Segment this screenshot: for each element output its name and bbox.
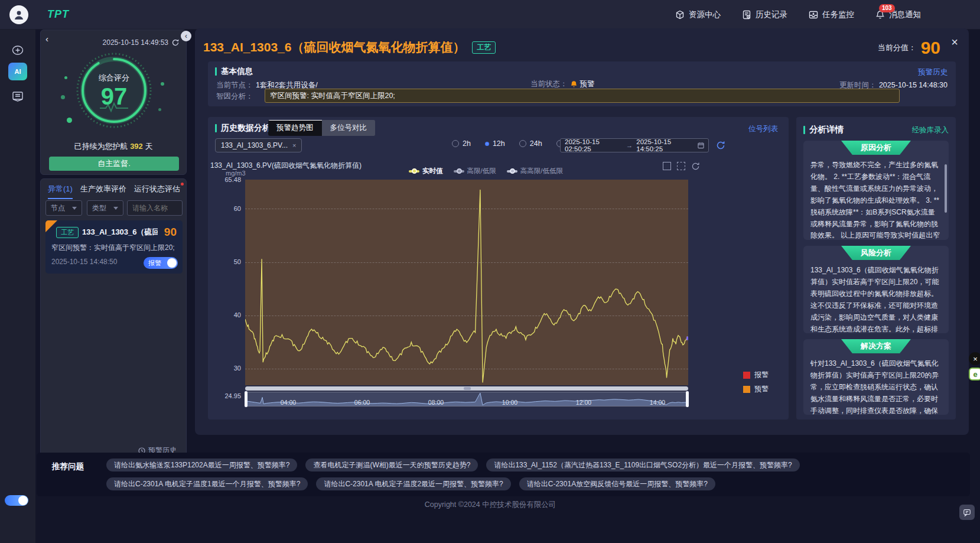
anomaly-panel: 异常(1) 生产效率评价 运行状态评估 节点 类型 工艺 133_AI_1303… bbox=[40, 178, 187, 461]
suggestion-chip[interactable]: 查看电机定子测温(W相)最近一天的预警历史趋势? bbox=[305, 459, 478, 472]
left-rail: AI bbox=[0, 30, 35, 543]
date-range-picker[interactable]: 2025-10-15 02:50:25 → 2025-10-15 14:50:2… bbox=[560, 138, 709, 152]
datazoom-right-handle[interactable] bbox=[686, 391, 689, 407]
suggestion-chip[interactable]: 请给出C-2301A 电机定子温度1最近一个月报警、预警频率? bbox=[106, 477, 308, 490]
chart-mode-tabs: 预警趋势图 多位号对比 bbox=[268, 120, 375, 136]
alert-history-link[interactable]: 预警历史 bbox=[918, 67, 948, 77]
user-avatar[interactable] bbox=[9, 5, 28, 24]
close-icon[interactable]: × bbox=[951, 35, 958, 49]
refresh-icon[interactable] bbox=[172, 39, 179, 46]
new-session-button[interactable] bbox=[8, 41, 27, 59]
range-24h[interactable]: 24h bbox=[519, 139, 542, 148]
alert-bell-icon bbox=[570, 80, 578, 88]
current-status: 当前状态： 预警 bbox=[530, 79, 595, 89]
legend-alarm[interactable]: 报警 bbox=[743, 370, 769, 380]
nav-history-records[interactable]: 历史记录 bbox=[742, 9, 787, 20]
risk-analysis-badge: 风险分析 bbox=[841, 246, 911, 260]
tab-anomaly[interactable]: 异常(1) bbox=[48, 184, 73, 199]
chart-scrollbar[interactable] bbox=[245, 386, 688, 391]
decor-dot bbox=[61, 95, 65, 99]
legend-label: 高限/低限 bbox=[467, 167, 496, 175]
experience-entry-link[interactable]: 经验库录入 bbox=[912, 125, 949, 135]
toggle-label: 报警 bbox=[148, 259, 161, 268]
x-tick: 06:00 bbox=[350, 399, 374, 406]
refresh-timestamp: 2025-10-15 14:49:53 bbox=[103, 38, 179, 47]
reload-tool-icon[interactable] bbox=[691, 162, 700, 171]
risk-analysis-text: 133_AI_1303_6（硫回收烟气氮氧化物折算值）实时值若高于窄区间上限20… bbox=[810, 265, 942, 333]
chart-plot-area[interactable] bbox=[245, 180, 688, 385]
zoom-tool-icon[interactable] bbox=[663, 162, 671, 170]
records-list-button[interactable] bbox=[8, 87, 27, 105]
nav-label: 任务监控 bbox=[822, 9, 854, 20]
suggestion-chips: 请给出氨水输送泵133P1202A最近一周报警、预警频率? 查看电机定子测温(W… bbox=[106, 459, 957, 490]
legend-hihi-lolo-limit[interactable]: 高高限/低低限 bbox=[507, 167, 563, 175]
chip-close-icon[interactable]: × bbox=[292, 142, 296, 149]
refresh-chart-icon[interactable] bbox=[716, 141, 725, 150]
gauge-score: 97 bbox=[101, 84, 128, 108]
gridline bbox=[245, 262, 688, 263]
x-tick: 10:00 bbox=[498, 399, 522, 406]
x-tick: 08:00 bbox=[424, 399, 448, 406]
datazoom-left-handle[interactable] bbox=[245, 391, 248, 407]
y-tick: 65.48 bbox=[208, 176, 241, 183]
suggested-questions: 推荐问题 请给出氨水输送泵133P1202A最近一周报警、预警频率? 查看电机定… bbox=[37, 453, 970, 496]
range-12h[interactable]: 12h bbox=[485, 139, 505, 148]
basic-info-title: 基本信息 bbox=[221, 66, 253, 77]
timestamp-text: 2025-10-15 14:49:53 bbox=[103, 38, 168, 47]
range-2h[interactable]: 2h bbox=[452, 139, 471, 148]
cause-analysis-text: 异常，导致燃烧不完全，产生过多的氮氧化物。 2. **工艺参数波动**：混合气流… bbox=[810, 160, 942, 240]
ai-analysis-input[interactable] bbox=[265, 89, 900, 103]
score-label: 当前分值： bbox=[878, 43, 916, 53]
alarm-toggle[interactable]: 报警 bbox=[144, 257, 178, 269]
suggestion-chip[interactable]: 请给出133_AI_1152（蒸汽过热器133_E_1109出口烟气SO2分析）… bbox=[486, 459, 799, 472]
card-scrollbar[interactable] bbox=[945, 164, 947, 213]
solution-card: 解决方案 针对133_AI_1303_6（硫回收烟气氮氧化物折算值）实时值高于窄… bbox=[803, 339, 949, 415]
topbar: TPT 资源中心 历史记录 任务监控 103 消息通知 bbox=[0, 0, 980, 30]
decor-dot bbox=[64, 76, 67, 79]
signal-list-link[interactable]: 位号列表 bbox=[748, 124, 778, 134]
update-label: 更新时间： bbox=[839, 81, 877, 89]
tray-icon bbox=[809, 10, 818, 19]
datazoom-minimap[interactable] bbox=[245, 392, 688, 407]
warning-color-swatch bbox=[743, 386, 750, 393]
app-logo: TPT bbox=[47, 8, 69, 21]
name-search-input[interactable] bbox=[127, 200, 183, 216]
analysis-title: 分析详情 bbox=[809, 124, 844, 135]
suggestion-chip[interactable]: 请给出C-2301A 电机定子温度2最近一周报警、预警频率? bbox=[316, 477, 510, 490]
decor-dot bbox=[67, 118, 72, 123]
chevron-down-icon bbox=[72, 207, 77, 210]
date-end: 2025-10-15 14:50:25 bbox=[636, 138, 694, 152]
tab-trend-chart[interactable]: 预警趋势图 bbox=[268, 120, 322, 136]
extension-close-icon[interactable]: × bbox=[969, 352, 980, 365]
score-value: 90 bbox=[921, 39, 940, 57]
nav-task-monitor[interactable]: 任务监控 bbox=[809, 9, 854, 20]
tab-multi-signal[interactable]: 多位号对比 bbox=[322, 120, 376, 136]
signal-chip[interactable]: 133_AI_1303_6.PV... × bbox=[215, 138, 302, 152]
gridline bbox=[245, 316, 688, 316]
solution-text: 针对133_AI_1303_6（硫回收烟气氮氧化物折算值）实时值高于窄区间上限2… bbox=[810, 358, 942, 415]
nav-resource-center[interactable]: 资源中心 bbox=[675, 9, 721, 20]
suggestion-chip[interactable]: 请给出氨水输送泵133P1202A最近一周报警、预警频率? bbox=[106, 459, 297, 472]
panel-collapse-button[interactable]: ‹ bbox=[181, 31, 191, 41]
assistant-toggle[interactable] bbox=[5, 495, 28, 506]
legend-realtime[interactable]: 实时值 bbox=[409, 167, 443, 175]
current-score: 当前分值： 90 bbox=[878, 39, 940, 57]
list-icon bbox=[12, 91, 24, 102]
category-tag: 工艺 bbox=[472, 41, 496, 54]
tab-running-status[interactable]: 运行状态评估 bbox=[134, 184, 180, 199]
extension-e-icon[interactable]: e bbox=[969, 368, 980, 381]
restore-tool-icon[interactable] bbox=[677, 162, 685, 170]
legend-label: 高高限/低低限 bbox=[520, 167, 563, 175]
alarm-list-item[interactable]: 工艺 133_AI_1303_6（硫回收... 90 窄区间预警：实时值高于窄区… bbox=[45, 220, 183, 274]
tab-efficiency[interactable]: 生产效率评价 bbox=[80, 184, 126, 199]
nav-notifications[interactable]: 103 消息通知 bbox=[875, 9, 921, 20]
suggestion-chip[interactable]: 请给出C-2301A放空阀反馈信号最近一周报警、预警频率? bbox=[519, 477, 715, 490]
back-chevron[interactable]: ‹ bbox=[45, 34, 48, 44]
legend-warning[interactable]: 预警 bbox=[743, 384, 769, 394]
legend-hi-lo-limit[interactable]: 高限/低限 bbox=[454, 167, 496, 175]
ai-assistant-button[interactable]: AI bbox=[8, 63, 27, 80]
type-select[interactable]: 类型 bbox=[87, 200, 123, 216]
node-select[interactable]: 节点 bbox=[45, 200, 82, 216]
chat-widget-button[interactable] bbox=[959, 505, 975, 520]
self-supervise-button[interactable]: 自主监督. bbox=[49, 157, 179, 171]
